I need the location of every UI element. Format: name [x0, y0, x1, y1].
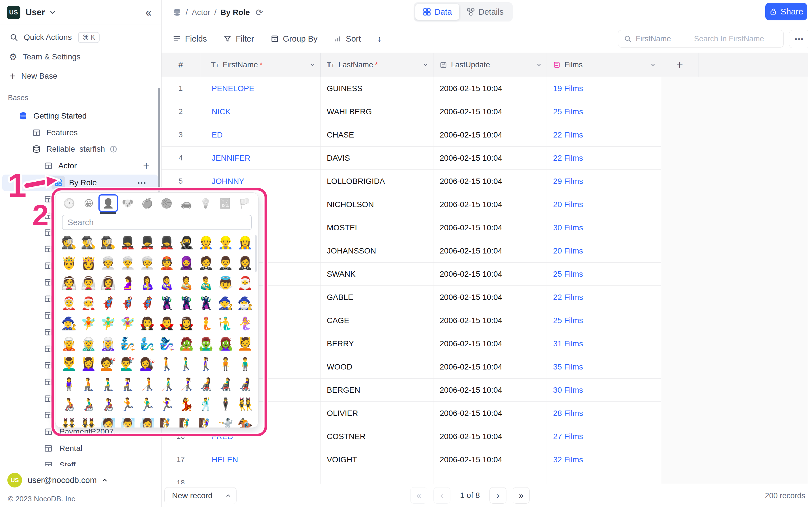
first-page-button[interactable]: « — [410, 487, 427, 504]
cell-lastname[interactable]: WAHLBERG — [321, 100, 433, 123]
refresh-icon[interactable]: ⟳ — [255, 7, 263, 18]
cell-firstname[interactable] — [200, 471, 321, 484]
cell-lastupdate[interactable]: 2006-02-15 10:04 — [433, 402, 547, 425]
sidebar-scrollbar[interactable] — [158, 88, 160, 192]
cell-films-link[interactable]: 28 Films — [547, 402, 661, 425]
table-row[interactable]: 2 NICK WAHLBERG 2006-02-15 10:04 25 Film… — [161, 100, 661, 123]
table-row[interactable]: 17 HELEN VOIGHT 2006-02-15 10:04 32 Film… — [161, 448, 661, 471]
cell-lastupdate[interactable]: 2006-02-15 10:04 — [433, 193, 547, 216]
cell-films-link[interactable]: 20 Films — [547, 193, 661, 216]
sidebar-collapse-icon[interactable]: « — [146, 6, 152, 19]
cell-lastname[interactable]: OLIVIER — [321, 402, 433, 425]
column-films[interactable]: Films — [547, 53, 661, 77]
cell-lastname[interactable] — [321, 471, 433, 484]
cell-lastupdate[interactable]: 2006-02-15 10:04 — [433, 355, 547, 378]
table-row[interactable]: 18 — [161, 471, 661, 484]
table-row[interactable]: 4 JENNIFER DAVIS 2006-02-15 10:04 22 Fil… — [161, 147, 661, 170]
cell-films-link[interactable]: 32 Films — [547, 448, 661, 471]
cell-films-link[interactable]: 25 Films — [547, 100, 661, 123]
cell-films-link[interactable]: 31 Films — [547, 332, 661, 355]
new-record-expand[interactable] — [220, 488, 236, 504]
table-row[interactable]: 3 ED CHASE 2006-02-15 10:04 22 Films — [161, 123, 661, 147]
cell-lastname[interactable]: CHASE — [321, 123, 433, 146]
cell-lastupdate[interactable]: 2006-02-15 10:04 — [433, 379, 547, 401]
view-menu-dots[interactable]: ••• — [137, 179, 147, 187]
cell-lastname[interactable]: BERGEN — [321, 379, 433, 401]
sort-button[interactable]: Sort — [332, 32, 362, 46]
cell-films-link[interactable]: 22 Films — [547, 286, 661, 309]
column-lastupdate[interactable]: LastUpdate — [433, 53, 547, 77]
cell-lastupdate[interactable]: 2006-02-15 10:04 — [433, 77, 547, 100]
cell-lastupdate[interactable]: 2006-02-15 10:04 — [433, 448, 547, 471]
cell-films-link[interactable]: 25 Films — [547, 309, 661, 332]
chevron-down-icon[interactable] — [536, 62, 542, 68]
tab-data[interactable]: Data — [415, 4, 459, 20]
last-page-button[interactable]: » — [513, 487, 530, 504]
sidebar-table-item[interactable]: Staff — [0, 457, 161, 466]
cell-films-link[interactable]: 30 Films — [547, 379, 661, 401]
search-field-selector[interactable]: FirstName — [618, 30, 689, 47]
cell-lastname[interactable]: WOOD — [321, 355, 433, 378]
cell-lastupdate[interactable]: 2006-02-15 10:04 — [433, 425, 547, 448]
cell-firstname[interactable]: ED — [200, 123, 321, 146]
cell-firstname[interactable]: JENNIFER — [200, 147, 321, 169]
cell-lastupdate[interactable]: 2006-02-15 10:04 — [433, 216, 547, 239]
breadcrumb-view[interactable]: By Role — [220, 8, 250, 17]
group-by-button[interactable]: Group By — [269, 32, 320, 46]
cell-lastupdate[interactable] — [433, 471, 547, 484]
tab-details[interactable]: Details — [459, 4, 511, 20]
cell-lastname[interactable]: MOSTEL — [321, 216, 433, 239]
row-height-button[interactable]: ↕ — [376, 31, 383, 46]
cell-firstname[interactable]: PENELOPE — [200, 77, 321, 100]
cell-lastupdate[interactable]: 2006-02-15 10:04 — [433, 309, 547, 332]
user-account[interactable]: US user@nocodb.com — [7, 471, 108, 490]
team-settings[interactable]: ⚙ Team & Settings — [0, 49, 161, 65]
cell-lastname[interactable]: LOLLOBRIGIDA — [321, 170, 433, 193]
fields-button[interactable]: Fields — [171, 32, 209, 46]
cell-films-link[interactable]: 19 Films — [547, 77, 661, 100]
cell-lastupdate[interactable]: 2006-02-15 10:04 — [433, 332, 547, 355]
cell-films-link[interactable]: 29 Films — [547, 170, 661, 193]
column-firstname[interactable]: TT FirstName * — [200, 53, 321, 77]
cell-lastname[interactable]: BERRY — [321, 332, 433, 355]
workspace-name[interactable]: User — [25, 7, 45, 17]
chevron-down-icon[interactable] — [650, 62, 656, 68]
cell-lastname[interactable]: NICHOLSON — [321, 193, 433, 216]
cell-films-link[interactable]: 25 Films — [547, 263, 661, 285]
share-button[interactable]: Share — [765, 3, 807, 20]
toolbar-more-button[interactable]: ••• — [789, 30, 810, 48]
cell-lastupdate[interactable]: 2006-02-15 10:04 — [433, 239, 547, 262]
cell-films-link[interactable]: 27 Films — [547, 425, 661, 448]
cell-films-link[interactable]: 35 Films — [547, 355, 661, 378]
cell-films-link[interactable]: 22 Films — [547, 147, 661, 169]
next-page-button[interactable]: › — [489, 487, 507, 504]
sidebar-base-getting-started[interactable]: Getting Started — [0, 108, 161, 124]
cell-lastname[interactable]: VOIGHT — [321, 448, 433, 471]
cell-lastupdate[interactable]: 2006-02-15 10:04 — [433, 147, 547, 169]
column-lastname[interactable]: TT LastName * — [321, 53, 433, 77]
cell-lastname[interactable]: CAGE — [321, 309, 433, 332]
add-view-button[interactable]: + — [143, 160, 150, 172]
cell-films-link[interactable]: 30 Films — [547, 216, 661, 239]
grid-scrollbar-track[interactable] — [808, 25, 812, 484]
sidebar-source-reliable-starfish[interactable]: Reliable_starfish — [0, 141, 161, 157]
cell-films-link[interactable] — [547, 471, 661, 484]
new-base[interactable]: + New Base — [0, 68, 161, 84]
cell-lastupdate[interactable]: 2006-02-15 10:04 — [433, 100, 547, 123]
cell-lastname[interactable]: GABLE — [321, 286, 433, 309]
cell-firstname[interactable]: NICK — [200, 100, 321, 123]
cell-lastname[interactable]: COSTNER — [321, 425, 433, 448]
prev-page-button[interactable]: ‹ — [433, 487, 450, 504]
new-record-button[interactable]: New record — [164, 487, 237, 504]
chevron-down-icon[interactable] — [49, 9, 56, 16]
cell-lastupdate[interactable]: 2006-02-15 10:04 — [433, 123, 547, 146]
chevron-down-icon[interactable] — [422, 62, 429, 68]
info-icon[interactable] — [110, 145, 117, 153]
cell-firstname[interactable]: HELEN — [200, 448, 321, 471]
cell-films-link[interactable]: 22 Films — [547, 123, 661, 146]
filter-button[interactable]: Filter — [222, 32, 255, 46]
cell-lastupdate[interactable]: 2006-02-15 10:04 — [433, 286, 547, 309]
cell-lastupdate[interactable]: 2006-02-15 10:04 — [433, 170, 547, 193]
cell-lastupdate[interactable]: 2006-02-15 10:04 — [433, 263, 547, 285]
sidebar-table-item[interactable]: Rental — [0, 440, 161, 457]
